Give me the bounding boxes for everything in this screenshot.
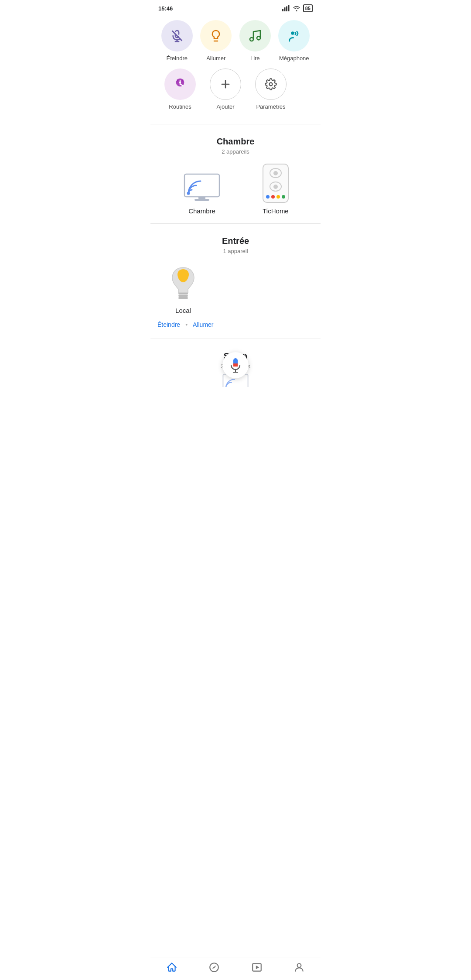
svg-rect-2 — [286, 7, 287, 12]
eteindre-label: Éteindre — [167, 55, 188, 62]
battery-icon: 85 — [303, 4, 313, 12]
svg-point-8 — [257, 36, 260, 40]
parametres-label: Paramètres — [256, 103, 285, 110]
quick-actions-row1: Éteindre Allumer Lire — [157, 20, 314, 62]
action-sep: • — [185, 321, 188, 328]
time: 15:46 — [158, 5, 173, 12]
action-routines[interactable]: Routines — [164, 69, 196, 110]
routines-icon — [173, 77, 187, 91]
parametres-circle — [255, 69, 287, 100]
speaker-dots — [266, 195, 285, 199]
lire-label: Lire — [250, 55, 260, 62]
routines-label: Routines — [169, 103, 191, 110]
bulb-visual — [168, 263, 198, 302]
svg-rect-18 — [178, 293, 188, 295]
routines-circle — [164, 69, 196, 100]
svg-rect-17 — [195, 199, 209, 201]
speaker-circle-2 — [270, 182, 282, 192]
speaker-visual — [263, 164, 289, 203]
chambre-subtitle: 2 appareils — [157, 148, 314, 155]
svg-point-9 — [291, 31, 295, 35]
wifi-icon — [293, 5, 300, 11]
voice-button-container — [222, 352, 249, 378]
voice-button[interactable] — [222, 352, 249, 378]
megaphone-icon — [286, 28, 302, 44]
svg-rect-1 — [284, 7, 285, 11]
svg-rect-19 — [178, 295, 188, 297]
speaker-dot-inner2 — [273, 185, 278, 189]
action-allumer[interactable]: Allumer — [200, 20, 232, 62]
action-ajouter[interactable]: Ajouter — [210, 69, 241, 110]
dot-red — [271, 195, 275, 199]
dot-green — [282, 195, 285, 199]
mic-off-icon — [170, 29, 184, 43]
light-actions: Éteindre • Allumer — [150, 319, 321, 335]
speaker-circle-1 — [270, 168, 282, 178]
chambre-title: Chambre — [157, 137, 314, 147]
svg-rect-3 — [288, 5, 289, 11]
divider-3 — [150, 339, 321, 339]
battery-level: 85 — [305, 6, 311, 11]
allumer-circle — [200, 20, 232, 51]
svg-point-7 — [250, 38, 253, 41]
svg-point-10 — [179, 82, 181, 83]
action-lire[interactable]: Lire — [239, 20, 271, 62]
action-eteindre[interactable]: Éteindre — [161, 20, 193, 62]
eteindre-circle — [161, 20, 193, 51]
nav-spacer — [150, 391, 321, 425]
signal-icon — [282, 5, 290, 11]
speaker-dot-inner — [273, 171, 278, 175]
quick-actions: Éteindre Allumer Lire — [150, 15, 321, 120]
chambre-devices: Chambre TicHome — [157, 164, 314, 215]
svg-point-15 — [187, 192, 190, 195]
settings-icon — [265, 78, 277, 90]
dot-yellow — [276, 195, 280, 199]
section-entree: Entrée 1 appareil Local — [150, 227, 321, 319]
lire-circle — [239, 20, 271, 51]
status-bar: 15:46 85 — [150, 0, 321, 15]
action-megaphone[interactable]: Mégaphone — [278, 20, 310, 62]
ajouter-circle — [210, 69, 241, 100]
bulb-icon — [209, 29, 223, 43]
svg-rect-0 — [282, 9, 283, 11]
quick-actions-row2: Routines Ajouter Paramètres — [157, 69, 314, 110]
allumer-light-btn[interactable]: Allumer — [193, 321, 213, 328]
svg-rect-20 — [178, 297, 188, 299]
svg-rect-25 — [233, 364, 238, 367]
entree-subtitle: 1 appareil — [157, 248, 314, 254]
status-icons: 85 — [282, 4, 313, 12]
device-chambre-tv[interactable]: Chambre — [182, 172, 222, 215]
megaphone-label: Mégaphone — [279, 55, 309, 62]
action-parametres[interactable]: Paramètres — [255, 69, 287, 110]
chambre-device-label: Chambre — [188, 207, 215, 215]
entree-title: Entrée — [157, 236, 314, 246]
device-local[interactable]: Local — [168, 263, 198, 314]
entree-devices: Local — [157, 263, 314, 314]
divider-2 — [150, 223, 321, 224]
svg-rect-16 — [198, 197, 205, 199]
device-tichome[interactable]: TicHome — [263, 164, 289, 215]
allumer-label: Allumer — [206, 55, 225, 62]
dot-blue — [266, 195, 270, 199]
add-icon — [219, 78, 232, 90]
divider-1 — [150, 124, 321, 124]
svg-point-13 — [270, 83, 273, 86]
local-label: Local — [175, 307, 191, 314]
megaphone-circle — [278, 20, 310, 51]
music-icon — [248, 29, 262, 43]
ajouter-label: Ajouter — [216, 103, 234, 110]
chromecast-icon — [182, 172, 222, 203]
eteindre-light-btn[interactable]: Éteindre — [157, 321, 180, 328]
tichome-label: TicHome — [263, 207, 288, 215]
section-chambre: Chambre 2 appareils Chambre — [150, 128, 321, 220]
microphone-icon — [229, 357, 242, 373]
